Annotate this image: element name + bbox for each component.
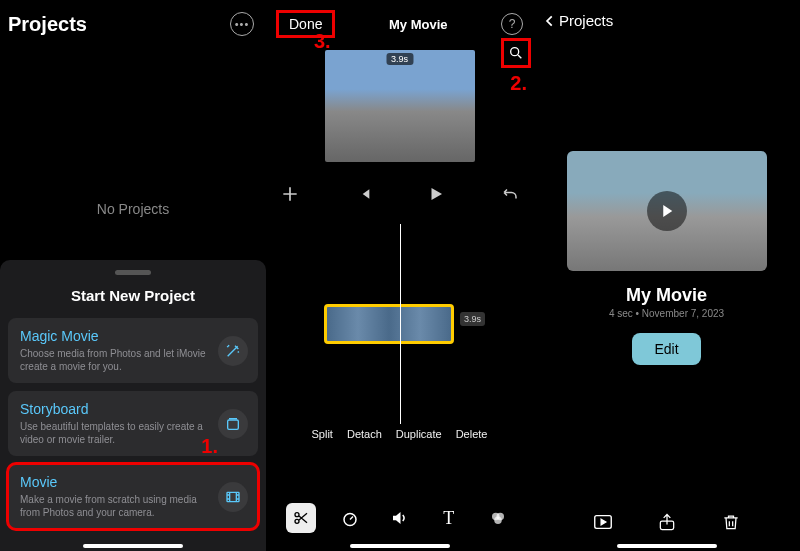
delete-button[interactable] [718,509,744,535]
clip-duration: 3.9s [460,312,485,326]
svg-point-8 [495,517,503,525]
annotation-1: 1. [201,435,218,458]
split-action[interactable]: Split [312,428,333,440]
svg-rect-0 [228,420,239,429]
svg-point-4 [295,519,299,523]
svg-point-2 [511,48,519,56]
no-projects-label: No Projects [0,201,266,217]
option-title: Movie [20,474,208,490]
preview-video[interactable]: 3.9s [325,50,475,162]
home-indicator[interactable] [617,544,717,548]
video-clip[interactable] [324,304,454,344]
option-magic-movie[interactable]: Magic Movie Choose media from Photos and… [8,318,258,383]
project-name: My Movie [533,285,800,306]
detach-action[interactable]: Detach [347,428,382,440]
wand-icon [218,336,248,366]
film-icon [218,482,248,512]
scissors-tool[interactable] [286,503,316,533]
project-meta: 4 sec • November 7, 2023 [533,308,800,319]
more-icon[interactable]: ••• [230,12,254,36]
timeline[interactable]: 3.9s [266,224,533,424]
help-icon[interactable]: ? [501,13,523,35]
duplicate-action[interactable]: Duplicate [396,428,442,440]
svg-rect-1 [227,492,239,501]
editor-panel: Done My Movie ? 3. 2. 3.9s 3.9s Split De… [266,0,533,551]
option-desc: Use beautiful templates to easily create… [20,420,208,446]
project-detail-panel: Projects My Movie 4 sec • November 7, 20… [533,0,800,551]
storyboard-icon [218,409,248,439]
volume-tool[interactable] [384,503,414,533]
prev-frame-button[interactable] [356,186,372,206]
option-movie[interactable]: Movie Make a movie from scratch using me… [8,464,258,529]
share-button[interactable] [654,509,680,535]
play-project-button[interactable] [590,509,616,535]
magnifier-button[interactable] [501,38,531,68]
undo-button[interactable] [501,185,519,207]
edit-actions-menu: Split Detach Duplicate Delete [266,428,533,440]
add-media-button[interactable] [280,184,300,208]
projects-title: Projects [8,13,87,36]
home-indicator[interactable] [83,544,183,548]
duration-badge: 3.9s [386,53,413,65]
option-title: Magic Movie [20,328,208,344]
option-title: Storyboard [20,401,208,417]
annotation-2: 2. [510,72,527,95]
filters-tool[interactable] [483,503,513,533]
delete-action[interactable]: Delete [456,428,488,440]
option-storyboard[interactable]: Storyboard Use beautiful templates to ea… [8,391,258,456]
option-desc: Choose media from Photos and let iMovie … [20,347,208,373]
edit-button[interactable]: Edit [632,333,700,365]
play-button[interactable] [427,185,445,207]
projects-panel: Projects ••• No Projects Start New Proje… [0,0,266,551]
movie-title: My Movie [389,17,448,32]
back-button[interactable]: Projects [543,12,790,29]
option-desc: Make a movie from scratch using media fr… [20,493,208,519]
text-tool[interactable]: T [434,503,464,533]
back-label: Projects [559,12,613,29]
sheet-grabber[interactable] [115,270,151,275]
start-new-project-sheet: Start New Project Magic Movie Choose med… [0,260,266,551]
home-indicator[interactable] [350,544,450,548]
project-thumbnail[interactable] [567,151,767,271]
sheet-title: Start New Project [8,287,258,304]
speed-tool[interactable] [335,503,365,533]
play-overlay-icon[interactable] [647,191,687,231]
playhead[interactable] [400,224,401,424]
svg-point-3 [295,513,299,517]
